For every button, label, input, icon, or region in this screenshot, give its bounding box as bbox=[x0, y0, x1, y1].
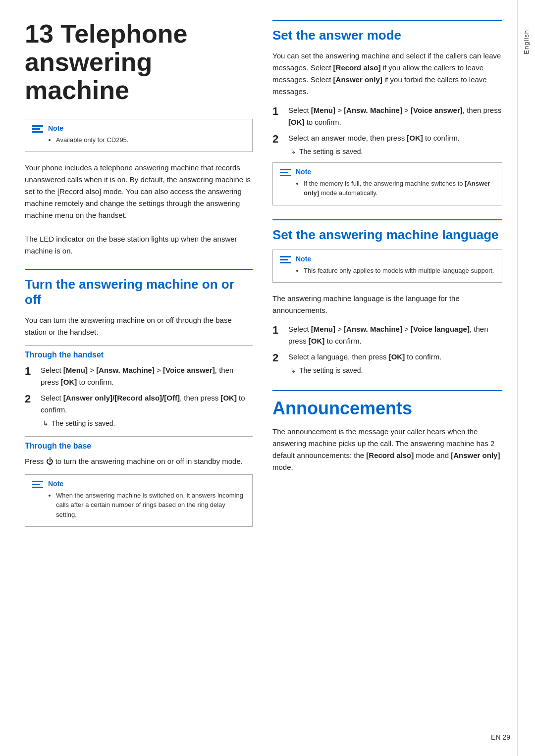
announcements-title: Announcements bbox=[272, 390, 502, 419]
note-box-available: Note Available only for CD295. bbox=[25, 119, 253, 152]
section-turn-intro: You can turn the answering machine on or… bbox=[25, 314, 253, 338]
step-content: Select a language, then press [OK] to co… bbox=[288, 351, 502, 376]
handset-title: Through the handset bbox=[25, 351, 253, 359]
language-steps: 1 Select [Menu] > [Answ. Machine] > [Voi… bbox=[272, 323, 502, 376]
note-label: Note bbox=[48, 480, 245, 488]
page-number: EN 29 bbox=[491, 733, 510, 741]
step-content: Select [Menu] > [Answ. Machine] > [Voice… bbox=[288, 104, 502, 128]
subsection-base: Through the base Press ⏻ to turn the ans… bbox=[25, 436, 253, 467]
step-number: 2 bbox=[25, 392, 35, 429]
note-language-content: Note This feature only applies to models… bbox=[296, 255, 494, 278]
note-label: Note bbox=[48, 124, 128, 132]
result-text: The setting is saved. bbox=[52, 418, 115, 429]
note-icon bbox=[32, 125, 43, 133]
language-title: Set the answering machine language bbox=[272, 227, 502, 243]
result-text: The setting is saved. bbox=[299, 146, 363, 157]
right-column: Set the answer mode You can set the answ… bbox=[272, 20, 502, 736]
side-tab-label: English bbox=[523, 30, 530, 54]
note-box-answer-mode: Note If the memory is full, the answerin… bbox=[272, 162, 502, 205]
note-turn-text: When the answering machine is switched o… bbox=[48, 491, 245, 520]
main-content: 13 Telephone answering machine Note Avai… bbox=[0, 0, 517, 756]
note-box-turn: Note When the answering machine is switc… bbox=[25, 474, 253, 527]
section-language: Set the answering machine language Note … bbox=[272, 219, 502, 376]
arrow-icon: ↳ bbox=[43, 418, 49, 429]
note-answer-mode-content: Note If the memory is full, the answerin… bbox=[296, 168, 495, 200]
side-tab: English bbox=[517, 0, 535, 756]
language-intro: The answering machine language is the la… bbox=[272, 293, 502, 316]
left-column: 13 Telephone answering machine Note Avai… bbox=[25, 20, 253, 736]
note-label: Note bbox=[296, 255, 494, 263]
base-title: Through the base bbox=[25, 442, 253, 451]
step-result: ↳ The setting is saved. bbox=[288, 146, 502, 157]
step-result: ↳ The setting is saved. bbox=[41, 418, 253, 429]
step-content: Select [Answer only]/[Record also]/[Off]… bbox=[41, 392, 253, 429]
intro-text-2: The LED indicator on the base station li… bbox=[25, 233, 253, 257]
step-item: 1 Select [Menu] > [Answ. Machine] > [Voi… bbox=[25, 364, 253, 388]
step-content: Select [Menu] > [Answ. Machine] > [Voice… bbox=[288, 323, 502, 347]
answer-mode-intro: You can set the answering machine and se… bbox=[272, 50, 502, 98]
arrow-icon: ↳ bbox=[290, 146, 296, 157]
step-number: 1 bbox=[25, 364, 35, 388]
note-answer-mode-text: If the memory is full, the answering mac… bbox=[296, 179, 495, 198]
note-box-language: Note This feature only applies to models… bbox=[272, 250, 502, 283]
answer-mode-title: Set the answer mode bbox=[272, 28, 502, 43]
note-label: Note bbox=[296, 168, 495, 176]
section-turn: Turn the answering machine on or off You… bbox=[25, 269, 253, 527]
handset-steps: 1 Select [Menu] > [Answ. Machine] > [Voi… bbox=[25, 364, 253, 429]
step-number: 1 bbox=[272, 104, 282, 128]
step-number: 1 bbox=[272, 323, 282, 347]
section-announcements: Announcements The announcement is the me… bbox=[272, 390, 502, 473]
step-result: ↳ The setting is saved. bbox=[288, 365, 502, 376]
step-item: 2 Select a language, then press [OK] to … bbox=[272, 351, 502, 376]
subsection-handset: Through the handset 1 Select [Menu] > [A… bbox=[25, 345, 253, 429]
step-number: 2 bbox=[272, 351, 282, 376]
page: English 13 Telephone answering machine N… bbox=[0, 0, 535, 756]
power-icon: ⏻ bbox=[46, 457, 54, 465]
announcements-text: The announcement is the message your cal… bbox=[272, 426, 502, 473]
step-content: Select an answer mode, then press [OK] t… bbox=[288, 132, 502, 157]
intro-text-1: Your phone includes a telephone answerin… bbox=[25, 162, 253, 221]
step-item: 2 Select an answer mode, then press [OK]… bbox=[272, 132, 502, 157]
step-item: 1 Select [Menu] > [Answ. Machine] > [Voi… bbox=[272, 104, 502, 128]
arrow-icon: ↳ bbox=[290, 365, 296, 376]
note-icon bbox=[280, 256, 291, 263]
result-text: The setting is saved. bbox=[299, 365, 363, 376]
note-box-content: Note Available only for CD295. bbox=[48, 124, 128, 147]
step-item: 2 Select [Answer only]/[Record also]/[Of… bbox=[25, 392, 253, 429]
base-text: Press ⏻ to turn the answering machine on… bbox=[25, 455, 253, 467]
note-icon bbox=[32, 481, 43, 488]
page-title: 13 Telephone answering machine bbox=[25, 20, 253, 105]
note-icon bbox=[280, 169, 291, 176]
note-language-text: This feature only applies to models with… bbox=[296, 266, 494, 276]
step-content: Select [Menu] > [Answ. Machine] > [Voice… bbox=[41, 364, 253, 388]
section-answer-mode: Set the answer mode You can set the answ… bbox=[272, 20, 502, 205]
answer-mode-steps: 1 Select [Menu] > [Answ. Machine] > [Voi… bbox=[272, 104, 502, 157]
section-turn-title: Turn the answering machine on or off bbox=[25, 277, 253, 307]
note-available-text: Available only for CD295. bbox=[48, 135, 128, 145]
step-number: 2 bbox=[272, 132, 282, 157]
step-item: 1 Select [Menu] > [Answ. Machine] > [Voi… bbox=[272, 323, 502, 347]
footer: EN 29 bbox=[491, 733, 510, 741]
note-turn-content: Note When the answering machine is switc… bbox=[48, 480, 245, 522]
